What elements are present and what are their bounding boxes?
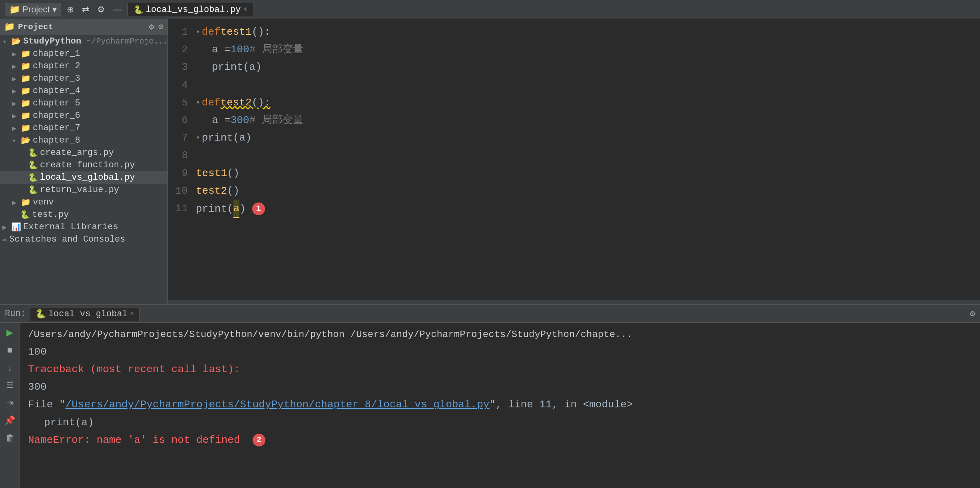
sidebar-item-test-py[interactable]: 🐍 test.py xyxy=(0,208,167,221)
run-play-button[interactable]: ▶ xyxy=(5,326,15,339)
code-line-11: print(a) 1 xyxy=(196,200,976,218)
chapter4-label: chapter_4 xyxy=(33,86,80,96)
output-line2: 300 xyxy=(28,378,972,396)
scratches-label: Scratches and Consoles xyxy=(9,234,125,244)
output-print-line: print(a) xyxy=(28,414,972,431)
return-value-icon: 🐍 xyxy=(28,185,38,195)
dropdown-arrow: ▾ xyxy=(52,4,57,14)
code-line-2: a = 100 # 局部变量 xyxy=(196,41,976,58)
chapter3-arrow: ▶ xyxy=(12,74,21,83)
num-100: 100 xyxy=(231,41,249,58)
sidebar-item-external-libraries[interactable]: ▶ 📊 External Libraries xyxy=(0,221,167,233)
editor-tab-active[interactable]: 🐍 local_vs_global.py × xyxy=(127,3,253,16)
sidebar-icon-1[interactable]: ⚙ xyxy=(149,22,154,32)
folder-icon-small: 📁 xyxy=(9,4,20,14)
chapter1-arrow: ▶ xyxy=(12,50,21,58)
sidebar-item-chapter7[interactable]: ▶ 📁 chapter_7 xyxy=(0,122,167,134)
run-output: /Users/andy/PycharmProjects/StudyPython/… xyxy=(20,323,980,488)
venv-arrow: ▶ xyxy=(12,198,21,207)
var-a-11: a xyxy=(233,200,240,218)
sidebar: 📁 Project ⚙ ⊕ ▾ 📂 StudyPython ~/PycharmP… xyxy=(0,19,168,304)
code-line-6: a = 300 # 局部变量 xyxy=(196,111,976,129)
output-file-label: File " xyxy=(28,399,66,411)
editor-scrollbar-h[interactable] xyxy=(168,300,980,304)
scope-button[interactable]: ⊕ xyxy=(64,3,76,16)
chapter6-folder-icon: 📁 xyxy=(21,111,31,121)
paren-5: (): xyxy=(252,94,271,111)
sidebar-item-return-value[interactable]: 🐍 return_value.py xyxy=(0,184,167,196)
sidebar-header-title: Project xyxy=(18,22,53,32)
sidebar-header-icons: ⚙ ⊕ xyxy=(149,22,164,32)
code-line-10: test2() xyxy=(196,182,976,200)
editor-tab-close[interactable]: × xyxy=(243,6,247,14)
output-error-line: NameError: name 'a' is not defined 2 xyxy=(28,431,972,449)
venv-folder-icon: 📁 xyxy=(21,197,31,207)
project-label: Project xyxy=(22,4,50,14)
output-file-path[interactable]: /Users/andy/PycharmProjects/StudyPython/… xyxy=(66,399,490,411)
run-label: Run: xyxy=(5,309,26,319)
fold-arrow-5[interactable]: ▾ xyxy=(196,97,200,109)
run-pin-button[interactable]: 📌 xyxy=(3,414,17,427)
folder-icon-root: 📁 xyxy=(4,22,15,32)
fold-arrow-1[interactable]: ▾ xyxy=(196,26,200,38)
sidebar-item-chapter8[interactable]: ▾ 📂 chapter_8 xyxy=(0,134,167,147)
sidebar-icon-2[interactable]: ⊕ xyxy=(158,22,163,32)
create-args-label: create_args.py xyxy=(40,148,114,158)
sidebar-item-scratches[interactable]: ✏ Scratches and Consoles xyxy=(0,233,167,246)
comment-2: # 局部变量 xyxy=(249,41,303,58)
chapter3-folder-icon: 📁 xyxy=(21,73,31,83)
sidebar-item-chapter4[interactable]: ▶ 📁 chapter_4 xyxy=(0,85,167,97)
run-tab[interactable]: 🐍 local_vs_global × xyxy=(30,307,139,321)
output-error-text: NameError: name 'a' is not defined xyxy=(28,434,240,446)
error-badge-1: 1 xyxy=(252,202,265,215)
run-sidebar: ▶ ■ ↓ ☰ ⇥ 📌 🗑 xyxy=(0,323,20,488)
code-editor[interactable]: 1 2 3 4 5 6 7 8 9 10 11 ▾ def test1(): xyxy=(168,19,980,300)
run-stop-button[interactable]: ■ xyxy=(6,343,14,357)
run-scroll-down-button[interactable]: ↓ xyxy=(6,361,14,375)
var-a-2: a = xyxy=(212,41,231,58)
chapter2-label: chapter_2 xyxy=(33,61,80,71)
run-menu-button[interactable]: ☰ xyxy=(4,379,16,392)
run-tab-close[interactable]: × xyxy=(130,310,134,318)
sidebar-item-create-function[interactable]: 🐍 create_function.py xyxy=(0,159,167,171)
scratches-icon: ✏ xyxy=(2,234,7,244)
chapter8-arrow: ▾ xyxy=(12,136,21,145)
code-line-7: ▾ print(a) xyxy=(196,129,976,147)
call-test1: test1 xyxy=(196,165,227,182)
code-line-8 xyxy=(196,147,976,164)
settings-button[interactable]: ⚙ xyxy=(95,3,108,16)
sidebar-item-chapter6[interactable]: ▶ 📁 chapter_6 xyxy=(0,109,167,122)
kw-def-5: def xyxy=(202,94,221,111)
sidebar-item-root[interactable]: ▾ 📂 StudyPython ~/PycharmProje... xyxy=(0,35,167,48)
editor-tab-label: local_vs_global.py xyxy=(146,5,241,15)
sidebar-item-chapter5[interactable]: ▶ 📁 chapter_5 xyxy=(0,97,167,109)
run-settings-icon[interactable]: ⚙ xyxy=(970,308,975,319)
sidebar-item-chapter1[interactable]: ▶ 📁 chapter_1 xyxy=(0,48,167,60)
sidebar-header: 📁 Project ⚙ ⊕ xyxy=(0,19,167,35)
sidebar-item-chapter3[interactable]: ▶ 📁 chapter_3 xyxy=(0,72,167,85)
minimize-button[interactable]: — xyxy=(111,3,124,16)
line-numbers: 1 2 3 4 5 6 7 8 9 10 11 xyxy=(168,23,192,296)
run-indent-button[interactable]: ⇥ xyxy=(5,396,15,410)
split-button[interactable]: ⇄ xyxy=(80,3,92,16)
sidebar-item-venv[interactable]: ▶ 📁 venv xyxy=(0,196,167,208)
code-line-1: ▾ def test1(): xyxy=(196,23,976,41)
fold-arrow-7[interactable]: ▾ xyxy=(196,132,200,144)
test-py-icon: 🐍 xyxy=(20,210,30,220)
run-content: ▶ ■ ↓ ☰ ⇥ 📌 🗑 /Users/andy/PycharmProject… xyxy=(0,323,980,488)
run-tab-label: local_vs_global xyxy=(48,309,127,319)
external-libraries-label: External Libraries xyxy=(23,222,118,232)
chapter8-label: chapter_8 xyxy=(33,135,80,145)
sidebar-item-create-args[interactable]: 🐍 create_args.py xyxy=(0,147,167,159)
create-function-label: create_function.py xyxy=(40,160,135,170)
title-bar: 📁 Project ▾ ⊕ ⇄ ⚙ — 🐍 local_vs_global.py… xyxy=(0,0,980,19)
sidebar-item-local-vs-global[interactable]: 🐍 local_vs_global.py xyxy=(0,171,167,184)
project-dropdown-button[interactable]: 📁 Project ▾ xyxy=(5,3,61,16)
output-print-text: print(a) xyxy=(28,417,94,428)
run-trash-button[interactable]: 🗑 xyxy=(4,431,16,445)
chapter3-label: chapter_3 xyxy=(33,73,80,83)
chapter2-folder-icon: 📁 xyxy=(21,61,31,71)
code-line-3: print(a) xyxy=(196,58,976,76)
sidebar-item-chapter2[interactable]: ▶ 📁 chapter_2 xyxy=(0,60,167,72)
create-args-icon: 🐍 xyxy=(28,148,38,158)
